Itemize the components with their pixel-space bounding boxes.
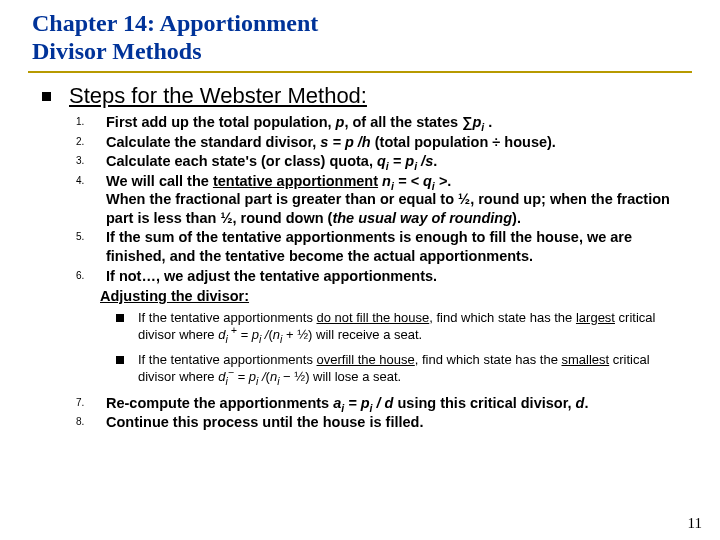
adjusting-sublist: If the tentative apportionments do not f…: [116, 310, 692, 386]
chapter-title: Chapter 14: Apportionment: [32, 10, 692, 38]
step-text: Re-compute the apportionments ai = pi / …: [106, 394, 688, 413]
step-item: 2.Calculate the standard divisor, s = p …: [76, 133, 688, 152]
step-item: 5.If the sum of the tentative apportionm…: [76, 228, 688, 265]
steps-list: 1.First add up the total population, p, …: [76, 113, 692, 285]
step-number: 4.: [76, 172, 106, 228]
step-item: 4.We will call the tentative apportionme…: [76, 172, 688, 228]
section-heading: Steps for the Webster Method:: [69, 83, 367, 109]
step-item: 6.If not…, we adjust the tentative appor…: [76, 267, 688, 286]
step-number: 2.: [76, 133, 106, 152]
sub-text: If the tentative apportionments overfill…: [138, 352, 680, 386]
step-text: We will call the tentative apportionment…: [106, 172, 688, 228]
step-item: 7.Re-compute the apportionments ai = pi …: [76, 394, 688, 413]
step-item: 3.Calculate each state's (or class) quot…: [76, 152, 688, 171]
page-number: 11: [688, 515, 702, 532]
square-bullet-icon: [116, 356, 124, 364]
step-number: 3.: [76, 152, 106, 171]
step-item: 8.Continue this process until the house …: [76, 413, 688, 432]
square-bullet-icon: [116, 314, 124, 322]
step-number: 7.: [76, 394, 106, 413]
subtitle: Divisor Methods: [32, 38, 692, 66]
square-bullet-icon: [42, 92, 51, 101]
sub-text: If the tentative apportionments do not f…: [138, 310, 680, 344]
step-number: 8.: [76, 413, 106, 432]
step-item: 1.First add up the total population, p, …: [76, 113, 688, 132]
step-text: If not…, we adjust the tentative apporti…: [106, 267, 688, 286]
step-text: Calculate the standard divisor, s = p /h…: [106, 133, 688, 152]
sub-item: If the tentative apportionments do not f…: [116, 310, 680, 344]
steps-list-continued: 7.Re-compute the apportionments ai = pi …: [76, 394, 692, 432]
title-block: Chapter 14: Apportionment Divisor Method…: [28, 10, 692, 73]
step-number: 6.: [76, 267, 106, 286]
step-number: 5.: [76, 228, 106, 265]
step-text: Continue this process until the house is…: [106, 413, 688, 432]
section-heading-row: Steps for the Webster Method:: [42, 83, 692, 109]
step-number: 1.: [76, 113, 106, 132]
step-text: First add up the total population, p, of…: [106, 113, 688, 132]
sub-item: If the tentative apportionments overfill…: [116, 352, 680, 386]
adjusting-heading: Adjusting the divisor:: [100, 288, 692, 304]
step-text: If the sum of the tentative apportionmen…: [106, 228, 688, 265]
step-text: Calculate each state's (or class) quota,…: [106, 152, 688, 171]
